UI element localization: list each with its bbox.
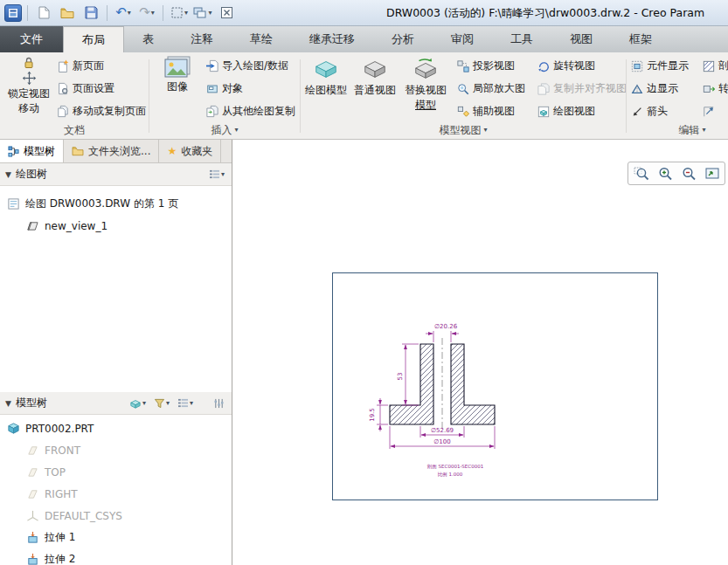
tab-folder-browser[interactable]: 文件夹浏览... [64, 140, 159, 162]
window-arrange-button[interactable]: ▾ [192, 3, 213, 24]
save-button[interactable] [80, 3, 101, 24]
new-sheet-button[interactable]: 新页面 [54, 55, 149, 77]
tab-favorites[interactable]: ★ 收藏夹 [159, 140, 221, 162]
object-button[interactable]: 对象 [204, 78, 298, 100]
chevron-down-icon: ▾ [190, 400, 193, 407]
edge-display-label: 边显示 [647, 81, 678, 96]
replace-view-model-label-2: 模型 [415, 99, 436, 112]
tab-framework[interactable]: 框架 [611, 26, 670, 52]
general-view-button[interactable]: 普通视图 [351, 52, 399, 122]
lock-view-move-label-1: 锁定视图 [8, 87, 50, 100]
section-note[interactable]: 剖面 SEC0001-SEC0001 [427, 464, 483, 470]
import-drawing-data-button[interactable]: 导入绘图/数据 [204, 55, 298, 77]
ribbon: 锁定视图 移动 新页面 页面设置 移动或复制页面 文档 [0, 52, 728, 140]
model-tree-show-button[interactable]: ▾ [128, 397, 148, 410]
dim-height[interactable] [402, 344, 419, 405]
model-tree-item-extrude-2[interactable]: 拉伸 2 [0, 548, 232, 565]
model-tree-item-label: DEFAULT_CSYS [45, 510, 122, 522]
drawing-canvas[interactable]: ∅20.26 53 19.5 [233, 140, 728, 565]
tab-model-tree-panel[interactable]: 模型树 [0, 140, 64, 162]
undo-button[interactable]: ↶ ▾ [113, 3, 134, 24]
convert-button[interactable]: 转 [700, 78, 728, 100]
extrude-icon [26, 553, 39, 565]
lock-icon [22, 56, 36, 69]
model-tree-options-button[interactable] [211, 397, 226, 410]
move-copy-sheet-button[interactable]: 移动或复制页面 [54, 100, 149, 122]
replace-view-model-button[interactable]: 替换视图 模型 [400, 52, 451, 126]
model-tree-item-part[interactable]: PRT0002.PRT [0, 417, 232, 439]
zoom-in-button[interactable] [654, 163, 676, 183]
edge-display-button[interactable]: 边显示 [628, 78, 691, 100]
tab-sketch[interactable]: 草绘 [232, 26, 291, 52]
revolved-view-button[interactable]: 旋转视图 [535, 55, 629, 77]
dim-hub-text[interactable]: ∅52.69 [431, 427, 454, 434]
model-tree-item-extrude-1[interactable]: 拉伸 1 [0, 527, 232, 548]
zoom-window-button[interactable] [630, 163, 652, 183]
image-button[interactable]: 图像 [155, 52, 200, 122]
zoom-out-button[interactable] [677, 163, 699, 183]
datum-plane-icon [26, 466, 39, 478]
model-tree-item-right[interactable]: RIGHT [0, 483, 232, 505]
dim-flange-thickness-text[interactable]: 19.5 [369, 408, 376, 422]
group-insert: 图像 导入绘图/数据 对象 从其他绘图复制 插入 ▾ [149, 52, 300, 139]
tab-file[interactable]: 文件 [0, 26, 63, 52]
model-tree-filter-button[interactable]: ▾ [152, 397, 171, 410]
redo-button[interactable]: ↷ ▾ [136, 3, 157, 24]
projection-view-icon [457, 60, 469, 72]
lock-view-move-button[interactable]: 锁定视图 移动 [3, 52, 54, 122]
model-tree-item-front[interactable]: FRONT [0, 439, 232, 461]
dim-hole-text[interactable]: ∅20.26 [434, 323, 458, 330]
drawing-models-button[interactable]: 绘图模型 [302, 52, 350, 122]
tab-tools[interactable]: 工具 [492, 26, 551, 52]
hatching-button[interactable]: 剖 [700, 55, 728, 77]
dim-height-text[interactable]: 53 [397, 373, 404, 381]
drawing-view-button[interactable]: 绘图视图 [535, 100, 629, 122]
tab-view[interactable]: 视图 [551, 26, 611, 52]
select-region-button[interactable]: ▾ [169, 3, 190, 24]
close-window-button[interactable] [216, 3, 237, 24]
tab-annotate[interactable]: 注释 [172, 26, 232, 52]
arrows-button[interactable]: 箭头 [628, 100, 691, 122]
app-icon[interactable] [4, 4, 22, 22]
edit-extra-button[interactable] [700, 100, 728, 122]
refit-button[interactable] [701, 163, 723, 183]
auxiliary-view-button[interactable]: 辅助视图 [454, 100, 528, 122]
section-view[interactable]: ∅20.26 53 19.5 [369, 323, 495, 478]
collapse-model-tree-icon[interactable]: ▼ [5, 399, 11, 408]
separator [107, 5, 107, 21]
tab-layout[interactable]: 布局 [63, 26, 124, 52]
model-tree-item-csys[interactable]: DEFAULT_CSYS [0, 505, 232, 527]
copy-from-drawing-button[interactable]: 从其他绘图复制 [204, 100, 298, 122]
model-tree-item-top[interactable]: TOP [0, 461, 232, 483]
drawing-view-label: new_view_1 [45, 220, 107, 232]
projection-view-button[interactable]: 投影视图 [454, 55, 528, 77]
tab-legacy-migration[interactable]: 继承迁移 [291, 26, 373, 52]
tab-table[interactable]: 表 [124, 26, 172, 52]
component-display-button[interactable]: 元件显示 [628, 55, 691, 77]
drawing-sheet-area: ∅20.26 53 19.5 [233, 140, 728, 565]
component-display-icon [631, 60, 643, 72]
drawing-view-item[interactable]: new_view_1 [0, 215, 232, 237]
group-edit-label[interactable]: 编辑 ▾ [656, 122, 728, 138]
drawing-sheet-item[interactable]: 绘图 DRW0003.DRW 的第 1 页 [0, 193, 232, 215]
drawing-tree-settings-button[interactable]: ▾ [207, 169, 226, 180]
open-file-button[interactable] [57, 3, 78, 24]
scale-note[interactable]: 比例 1.000 [438, 472, 463, 478]
tab-review[interactable]: 审阅 [433, 26, 492, 52]
detailed-view-button[interactable]: 局部放大图 [454, 78, 528, 100]
group-insert-label[interactable]: 插入 ▾ [149, 122, 300, 138]
collapse-drawing-tree-icon[interactable]: ▼ [5, 170, 11, 179]
dim-flange-thickness[interactable] [377, 398, 388, 431]
import-drawing-data-label: 导入绘图/数据 [222, 59, 288, 73]
sheet-icon [7, 197, 20, 210]
tab-analysis[interactable]: 分析 [373, 26, 433, 52]
copy-align-view-label: 复制并对齐视图 [553, 81, 627, 96]
page-setup-button[interactable]: 页面设置 [54, 78, 149, 100]
chevron-down-icon: ▾ [702, 127, 705, 134]
group-model-views-label[interactable]: 模型视图 ▾ [301, 122, 626, 138]
copy-align-view-button: 复制并对齐视图 [535, 78, 629, 100]
separator [163, 5, 163, 21]
dim-flange-text[interactable]: ∅100 [433, 438, 450, 445]
new-file-button[interactable] [33, 3, 54, 24]
model-tree-list-button[interactable]: ▾ [176, 397, 195, 409]
